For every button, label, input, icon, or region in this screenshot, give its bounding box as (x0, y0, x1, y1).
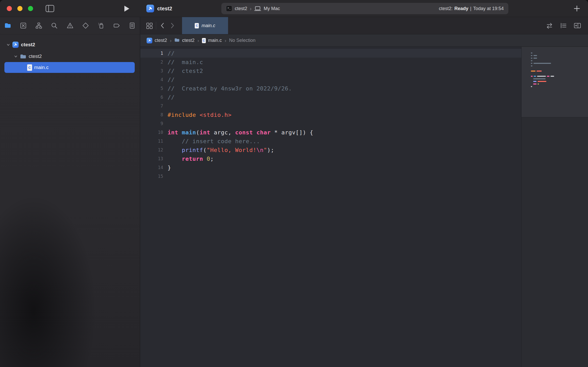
status-separator: | (470, 6, 471, 11)
project-navigator-icon[interactable] (4, 22, 12, 29)
tab-bar-divider (156, 22, 156, 29)
code-line[interactable]: 3// ctest2 (140, 66, 521, 75)
activity-viewer[interactable]: ctest2: Ready | Today at 19:54 (439, 6, 504, 11)
line-number: 10 (140, 130, 163, 135)
editor-tab-main-c[interactable]: C main.c (182, 17, 228, 34)
minimap-line (531, 81, 588, 82)
related-items-grid-icon[interactable] (146, 22, 153, 29)
disclosure-chevron-icon[interactable] (14, 55, 18, 58)
source-control-navigator-icon[interactable] (19, 22, 27, 29)
code-line[interactable]: 10int main(int argc, const char * argv[]… (140, 128, 521, 137)
c-file-icon-letter: C (28, 66, 31, 70)
sidebar-toggle-button[interactable] (46, 5, 54, 13)
line-number: 5 (140, 86, 163, 91)
traffic-light-close[interactable] (7, 6, 12, 11)
find-navigator-icon[interactable] (50, 22, 58, 29)
code-text: } (168, 164, 171, 171)
code-lines: 1//2// main.c3// ctest24//5// Created by… (140, 49, 521, 181)
forward-button[interactable] (169, 22, 175, 29)
minimap-line (531, 52, 588, 53)
editor-tab-label: main.c (201, 23, 215, 28)
breakpoint-navigator-icon[interactable] (113, 22, 120, 29)
folder-icon (174, 38, 180, 43)
code-review-icon[interactable] (546, 22, 553, 29)
disclosure-chevron-icon[interactable] (6, 43, 10, 47)
scheme-target[interactable]: ctest2 (235, 6, 247, 11)
xcode-project-icon (147, 38, 152, 43)
line-number: 8 (140, 112, 163, 117)
issue-navigator-icon[interactable] (66, 22, 74, 29)
c-file-icon-letter: C (203, 39, 205, 42)
folder-icon (20, 54, 26, 59)
minimap[interactable] (521, 47, 588, 367)
xcode-window: ctest2 >_ ctest2 › My Mac ctest2: Ready … (0, 0, 588, 367)
symbol-navigator-icon[interactable] (35, 22, 43, 29)
hammer-icon (148, 39, 151, 42)
tree-project-label: ctest2 (21, 42, 35, 48)
add-editor-icon[interactable] (574, 22, 581, 29)
code-line[interactable]: 8#include <stdio.h> (140, 110, 521, 119)
code-line[interactable]: 4// (140, 75, 521, 84)
breadcrumb-item-project[interactable]: ctest2 (147, 38, 167, 43)
scheme-pill: >_ ctest2 › My Mac ctest2: Ready | Today… (221, 3, 508, 14)
minimap-line (531, 58, 588, 59)
sidebar-toggle-icon (46, 5, 54, 12)
scheme-destination[interactable]: My Mac (264, 6, 280, 11)
report-navigator-icon[interactable] (128, 22, 136, 29)
breadcrumb-file-label: main.c (208, 38, 222, 43)
code-line[interactable]: 11 // insert code here... (140, 137, 521, 146)
tree-row-project[interactable]: ctest2 (0, 39, 140, 50)
traffic-light-minimize[interactable] (17, 6, 22, 11)
line-number: 3 (140, 68, 163, 73)
code-text: // Created by 4nsw3r on 2022/9/26. (168, 85, 292, 92)
editor-controls (546, 22, 588, 29)
breadcrumb-item-selection[interactable]: No Selection (229, 38, 255, 43)
traffic-light-zoom[interactable] (28, 6, 33, 11)
c-file-icon: C (202, 38, 206, 43)
window-title: ctest2 (157, 0, 172, 17)
line-number: 7 (140, 103, 163, 109)
code-line[interactable]: 6// (140, 93, 521, 102)
add-button[interactable] (574, 5, 580, 13)
breadcrumb-separator-icon: › (225, 38, 226, 43)
line-number: 4 (140, 77, 163, 82)
code-line[interactable]: 13 return 0; (140, 154, 521, 163)
back-button[interactable] (159, 22, 165, 29)
breadcrumb-project-label: ctest2 (155, 38, 167, 43)
editor-area: C main.c (140, 17, 588, 367)
code-text: // (168, 94, 175, 101)
code-line[interactable]: 1// (140, 49, 521, 58)
xcode-project-icon (146, 5, 154, 12)
play-icon (124, 5, 130, 12)
line-number: 9 (140, 121, 163, 126)
code-line[interactable]: 7 (140, 102, 521, 110)
tree-row-main-c[interactable]: C main.c (4, 62, 135, 73)
source-editor[interactable]: 1//2// main.c3// ctest24//5// Created by… (140, 47, 588, 367)
c-file-icon-letter: C (196, 24, 198, 27)
laptop-icon (254, 6, 261, 11)
code-text: // ctest2 (168, 68, 203, 74)
editor-options-icon[interactable] (560, 22, 567, 29)
tree-row-group[interactable]: ctest2 (0, 50, 140, 62)
run-button[interactable] (124, 5, 130, 13)
project-file-tree: ctest2 ctest2 C main.c (0, 39, 140, 73)
minimap-line (531, 78, 588, 79)
debug-navigator-icon[interactable] (97, 22, 105, 29)
code-line[interactable]: 5// Created by 4nsw3r on 2022/9/26. (140, 84, 521, 93)
code-line[interactable]: 9 (140, 119, 521, 128)
code-line[interactable]: 15 (140, 172, 521, 181)
c-file-icon: C (27, 64, 32, 71)
code-text: int main(int argc, const char * argv[]) … (168, 129, 313, 136)
code-line[interactable]: 2// main.c (140, 58, 521, 66)
breadcrumb-item-group[interactable]: ctest2 (174, 38, 194, 43)
scheme-separator-icon: › (250, 6, 252, 12)
code-line[interactable]: 12 printf("Hello, World!\n"); (140, 146, 521, 154)
breadcrumb-separator-icon: › (170, 38, 171, 43)
line-number: 2 (140, 59, 163, 65)
code-line[interactable]: 14} (140, 163, 521, 172)
tree-group-label: ctest2 (29, 53, 42, 59)
line-number: 12 (140, 147, 163, 152)
test-navigator-icon[interactable] (82, 22, 89, 29)
breadcrumb-item-file[interactable]: C main.c (202, 38, 222, 43)
minimap-line (531, 71, 588, 72)
